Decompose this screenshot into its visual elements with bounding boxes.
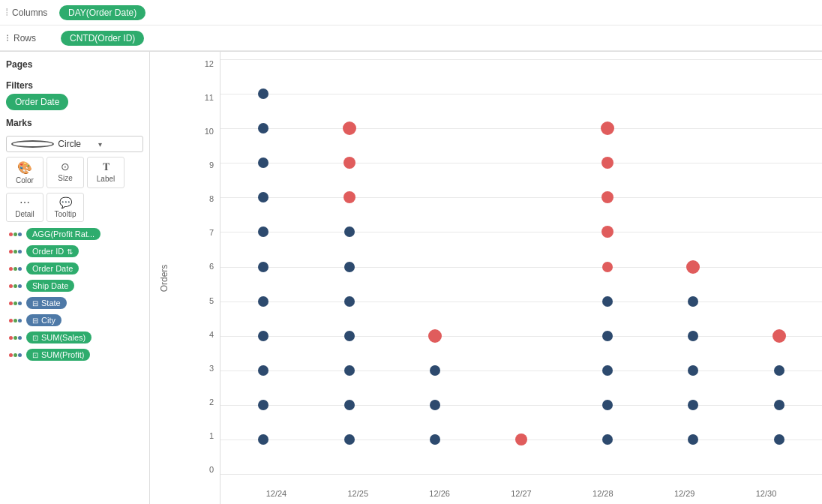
data-dot	[774, 400, 784, 410]
field-label: State	[41, 298, 61, 308]
data-dot	[258, 365, 268, 376]
x-tick: 12/30	[756, 489, 777, 498]
field-pill[interactable]: Order ID⇅	[26, 245, 79, 257]
data-dot	[602, 157, 614, 169]
data-dot	[258, 400, 268, 410]
data-dot	[430, 434, 440, 445]
y-tick: 3	[209, 364, 214, 373]
field-color-dot	[9, 267, 22, 271]
y-axis-label-wrapper: Orders	[150, 52, 178, 504]
size-button[interactable]: ⊙ Size	[46, 157, 84, 188]
x-tick: 12/29	[674, 489, 695, 498]
field-pill[interactable]: ⊡SUM(Profit)	[26, 349, 90, 361]
y-tick: 9	[209, 160, 214, 170]
field-pill[interactable]: ⊟State	[26, 297, 67, 309]
field-color-dot	[9, 250, 22, 254]
columns-icon: ⦙	[6, 7, 8, 19]
marks-type-label: Circle	[58, 139, 98, 149]
field-pill[interactable]: Order Date	[26, 262, 79, 274]
data-dot	[602, 296, 613, 307]
label-label: Label	[97, 175, 115, 183]
tooltip-button[interactable]: 💬 Tooltip	[46, 193, 84, 222]
data-dot	[772, 329, 786, 343]
y-tick: 1	[209, 431, 214, 440]
field-label: City	[41, 316, 56, 325]
data-dot	[344, 331, 355, 341]
tooltip-label: Tooltip	[55, 210, 76, 218]
label-icon: 𝐓	[103, 160, 110, 173]
field-color-dot	[9, 302, 22, 305]
data-dot	[688, 434, 698, 445]
data-dot	[602, 331, 613, 341]
pages-title: Pages	[6, 59, 143, 70]
data-dot	[602, 365, 613, 376]
data-dot	[602, 262, 613, 272]
rows-icon: ⁝	[6, 32, 9, 44]
data-dot	[344, 296, 355, 307]
rows-pill[interactable]: CNTD(Order ID)	[61, 31, 144, 46]
y-tick: 5	[209, 296, 214, 305]
sidebar: Pages Filters Order Date Marks Circle ▾ …	[0, 52, 150, 504]
x-tick: 12/25	[348, 489, 369, 498]
filter-pill[interactable]: Order Date	[6, 94, 68, 110]
y-tick: 7	[209, 228, 214, 237]
grid-line	[220, 474, 822, 475]
top-shelves: ⦙ Columns DAY(Order Date) ⁝ Rows CNTD(Or…	[0, 0, 822, 52]
filters-section: Filters Order Date	[6, 80, 143, 110]
marks-section: Marks Circle ▾ 🎨 Color ⊙ Size 𝐓 Label	[6, 118, 143, 362]
data-dot	[344, 434, 355, 445]
field-type-icon: ⊡	[32, 334, 38, 342]
marks-field-row: Order Date	[6, 261, 143, 276]
data-dot	[774, 434, 784, 445]
data-dot	[258, 296, 268, 307]
data-dot	[688, 400, 698, 410]
sort-icon: ⇅	[67, 248, 73, 256]
data-dot	[344, 191, 356, 203]
data-dot	[258, 262, 268, 272]
pages-section: Pages	[6, 59, 143, 73]
field-pill[interactable]: ⊡SUM(Sales)	[26, 332, 92, 344]
size-icon: ⊙	[61, 160, 70, 172]
label-button[interactable]: 𝐓 Label	[87, 157, 124, 188]
data-dot	[343, 122, 356, 135]
data-dot	[258, 226, 268, 237]
y-tick: 8	[209, 194, 214, 203]
field-type-icon: ⊟	[32, 316, 38, 325]
data-dot	[602, 434, 613, 445]
detail-button[interactable]: ⋯ Detail	[6, 193, 44, 222]
marks-buttons-row: 🎨 Color ⊙ Size 𝐓 Label	[6, 157, 143, 188]
data-dot	[344, 157, 356, 169]
columns-pill[interactable]: DAY(Order Date)	[59, 5, 146, 20]
field-pill[interactable]: ⊟City	[26, 314, 62, 326]
x-tick: 12/24	[266, 489, 287, 498]
filters-title: Filters	[6, 80, 143, 91]
marks-type-dropdown[interactable]: Circle ▾	[6, 136, 143, 152]
detail-icon: ⋯	[20, 196, 30, 208]
field-color-dot	[9, 319, 22, 322]
columns-shelf: ⦙ Columns DAY(Order Date)	[0, 0, 822, 26]
data-dot	[686, 260, 700, 274]
marks-field-row: AGG(Profit Rat...	[6, 226, 143, 242]
y-tick: 2	[209, 398, 214, 406]
columns-label: Columns	[12, 8, 53, 18]
data-dot	[688, 331, 698, 341]
data-dot	[430, 365, 440, 376]
field-pill[interactable]: AGG(Profit Rat...	[26, 228, 100, 240]
field-label: AGG(Profit Rat...	[32, 230, 94, 238]
field-label: SUM(Profit)	[41, 350, 84, 359]
data-dot	[688, 365, 698, 376]
field-label: Order Date	[32, 264, 73, 273]
field-color-dot	[9, 336, 22, 340]
color-button[interactable]: 🎨 Color	[6, 157, 44, 188]
marks-title: Marks	[6, 118, 143, 128]
marks-field-row: Ship Date	[6, 278, 143, 293]
data-dot	[258, 158, 268, 168]
tooltip-icon: 💬	[59, 196, 72, 208]
color-label: Color	[16, 176, 34, 184]
field-color-dot	[9, 232, 22, 236]
field-pill[interactable]: Ship Date	[26, 280, 74, 292]
field-color-dot	[9, 284, 22, 288]
field-label: Order ID	[32, 247, 64, 256]
y-axis: 1211109876543210	[178, 52, 220, 504]
circle-mark-icon	[11, 140, 54, 148]
